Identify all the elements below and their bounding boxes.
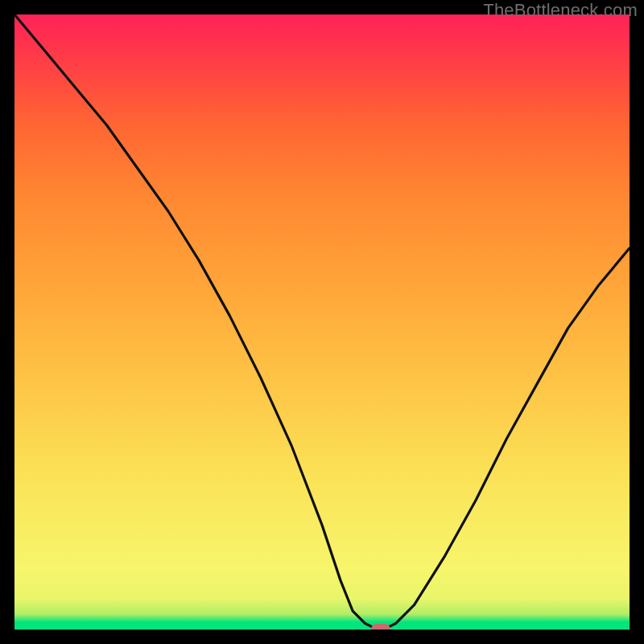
watermark-text: TheBottleneck.com xyxy=(483,0,638,21)
chart-container: TheBottleneck.com xyxy=(0,0,644,644)
bottleneck-curve xyxy=(14,14,630,630)
optimal-marker xyxy=(371,624,390,630)
curve-layer xyxy=(14,14,630,630)
plot-area xyxy=(14,14,630,630)
